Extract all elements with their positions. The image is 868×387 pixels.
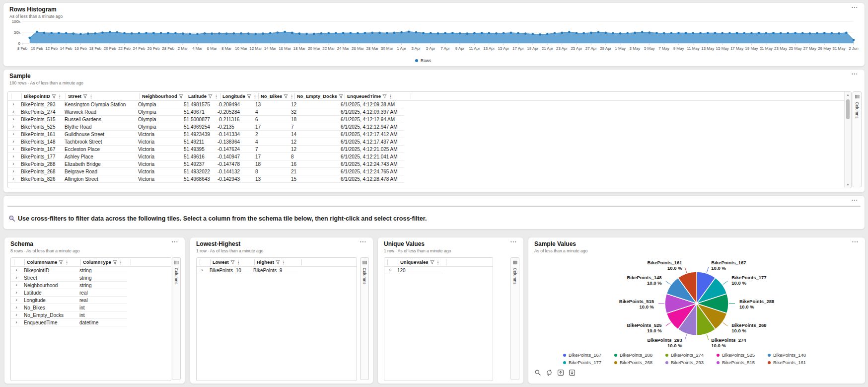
more-menu-button[interactable]: ⋯ — [852, 238, 859, 245]
rows-histogram-chart[interactable]: 050k100k8 Feb10 Feb12 Feb14 Feb16 Feb18 … — [9, 19, 860, 65]
upload-icon[interactable] — [556, 368, 565, 377]
legend-item[interactable]: BikePoints_167 — [563, 352, 614, 358]
column-menu-icon[interactable]: ⋮ — [58, 94, 62, 98]
filter-icon[interactable] — [208, 94, 213, 98]
column-menu-icon[interactable]: ⋮ — [436, 260, 440, 264]
more-menu-button[interactable]: ⋯ — [510, 238, 517, 245]
column-header-street[interactable]: Street⋮ — [66, 93, 140, 99]
row-expander-icon[interactable]: › — [11, 275, 22, 280]
column-header-no_bikes[interactable]: No_Bikes⋮ — [259, 93, 295, 99]
row-expander-icon[interactable]: › — [8, 154, 19, 159]
column-menu-icon[interactable]: ⋮ — [253, 94, 257, 98]
column-header-columntype[interactable]: ColumnType⋮ — [81, 259, 131, 265]
legend-item[interactable]: BikePoints_288 — [614, 352, 665, 358]
row-expander-icon[interactable]: › — [8, 117, 19, 122]
column-menu-icon[interactable]: ⋮ — [236, 260, 241, 264]
table-row[interactable]: ›BikePoints_515Russell GardensOlympia51.… — [8, 116, 404, 123]
filter-icon[interactable] — [276, 260, 280, 264]
filter-icon[interactable] — [52, 94, 56, 98]
table-row[interactable]: ›Neighbourhoodstring — [11, 282, 127, 289]
column-header-longitude[interactable]: Longitude⋮ — [220, 93, 259, 99]
row-expander-icon[interactable]: › — [8, 132, 19, 137]
row-expander-icon[interactable]: › — [11, 268, 22, 273]
more-menu-button[interactable]: ⋯ — [851, 196, 859, 203]
column-header-highest[interactable]: Highest⋮ — [255, 259, 302, 265]
scroll-up-arrow[interactable]: ▲ — [845, 93, 851, 96]
legend-item[interactable]: BikePoints_148 — [768, 352, 819, 358]
filter-icon[interactable] — [113, 260, 117, 264]
filter-icon[interactable] — [382, 94, 387, 98]
filter-icon[interactable] — [83, 94, 87, 98]
column-header-no_empty_docks[interactable]: No_Empty_Docks⋮ — [295, 93, 345, 99]
column-menu-icon[interactable]: ⋮ — [65, 260, 69, 264]
legend-item[interactable]: BikePoints_515 — [717, 360, 768, 365]
table-row[interactable]: ›BikePoints_161Guildhouse StreetVictoria… — [8, 131, 404, 138]
more-menu-button[interactable]: ⋯ — [851, 3, 859, 10]
column-header-lowest[interactable]: Lowest⋮ — [211, 259, 255, 265]
table-row[interactable]: ›BikePoints_274Warwick RoadOlympia51.496… — [8, 108, 404, 116]
row-expander-icon[interactable]: › — [8, 139, 19, 144]
column-header-bikepointid[interactable]: BikepointID⋮ — [22, 93, 66, 99]
download-icon[interactable] — [568, 368, 576, 377]
row-expander-icon[interactable]: › — [11, 283, 22, 288]
table-row[interactable]: ›BikepointIDstring — [11, 267, 127, 274]
row-expander-icon[interactable]: › — [8, 161, 19, 166]
row-expander-icon[interactable]: › — [8, 176, 19, 181]
filter-icon[interactable] — [247, 94, 251, 98]
row-expander-icon[interactable]: › — [11, 312, 22, 317]
column-header-latitude[interactable]: Latitude⋮ — [186, 93, 220, 99]
column-menu-icon[interactable]: ⋮ — [289, 94, 294, 98]
column-header-enqueuedtime[interactable]: EnqueuedTime⋮ — [345, 93, 411, 99]
filter-icon[interactable] — [339, 94, 343, 98]
legend-item[interactable]: BikePoints_525 — [717, 352, 768, 358]
table-row[interactable]: ›BikePoints_525Blythe RoadOlympia51.4969… — [8, 123, 404, 131]
sample-values-pie-chart[interactable]: BikePoints_16710.0 %BikePoints_17710.0 %… — [548, 251, 846, 368]
columns-side-panel[interactable]: Columns — [172, 257, 181, 380]
table-row[interactable]: ›BikePoints_288Elizabeth BridgeVictoria5… — [8, 160, 404, 168]
more-menu-button[interactable]: ⋯ — [171, 238, 179, 245]
row-expander-icon[interactable]: › — [11, 298, 22, 303]
vertical-scrollbar[interactable]: ▲ ▼ — [844, 92, 851, 188]
scroll-down-arrow[interactable]: ▼ — [845, 183, 851, 186]
column-menu-icon[interactable]: ⋮ — [214, 94, 218, 98]
column-header-columnname[interactable]: ColumnName⋮ — [25, 259, 81, 265]
row-expander-icon[interactable]: › — [384, 268, 395, 273]
filter-icon[interactable] — [230, 260, 235, 264]
table-row[interactable]: ›BikePoints_826Allington StreetVictoria5… — [8, 175, 404, 183]
filter-icon[interactable] — [59, 260, 63, 264]
table-row[interactable]: ›Longitudereal — [11, 297, 127, 304]
row-expander-icon[interactable]: › — [8, 147, 19, 152]
row-expander-icon[interactable]: › — [8, 169, 19, 174]
row-expander-icon[interactable]: › — [11, 320, 22, 325]
legend-item[interactable]: BikePoints_161 — [768, 360, 819, 365]
table-row[interactable]: ›No_Empty_Docksint — [11, 311, 127, 319]
table-row[interactable]: ›BikePoints_167Eccleston PlaceVictoria51… — [8, 146, 404, 153]
row-expander-icon[interactable]: › — [8, 102, 19, 107]
legend-item[interactable]: BikePoints_177 — [563, 360, 614, 365]
table-row[interactable]: ›BikePoints_10BikePoints_9 — [197, 267, 298, 274]
more-menu-button[interactable]: ⋯ — [360, 238, 367, 245]
column-menu-icon[interactable]: ⋮ — [282, 260, 286, 264]
table-row[interactable]: ›120 — [384, 267, 443, 274]
filter-icon[interactable] — [284, 94, 288, 98]
legend-item[interactable]: BikePoints_293 — [665, 360, 717, 365]
row-expander-icon[interactable]: › — [8, 124, 19, 129]
column-header-uniquevales[interactable]: UniqueVales⋮ — [398, 259, 446, 265]
columns-side-panel[interactable]: Columns — [360, 257, 369, 380]
more-menu-button[interactable]: ⋯ — [851, 70, 859, 77]
scrollbar-thumb[interactable] — [846, 99, 850, 119]
row-expander-icon[interactable]: › — [197, 268, 208, 273]
columns-side-panel[interactable]: Columns — [510, 257, 519, 380]
filter-icon[interactable] — [179, 94, 183, 98]
table-row[interactable]: ›BikePoints_148Tachbrook StreetVictoria5… — [8, 138, 404, 146]
search-icon[interactable] — [533, 368, 542, 377]
row-expander-icon[interactable]: › — [8, 109, 19, 114]
table-row[interactable]: ›BikePoints_293Kensington Olympia Statio… — [8, 101, 404, 108]
column-menu-icon[interactable]: ⋮ — [388, 94, 393, 98]
column-menu-icon[interactable]: ⋮ — [119, 260, 123, 264]
filter-icon[interactable] — [430, 260, 434, 264]
legend-item[interactable]: BikePoints_274 — [665, 352, 717, 358]
columns-side-panel[interactable]: Columns — [853, 91, 862, 187]
table-row[interactable]: ›BikePoints_177Ashley PlaceVictoria51.49… — [8, 153, 404, 160]
column-header-neighbourhood[interactable]: Neighbourhood⋮ — [140, 93, 186, 99]
